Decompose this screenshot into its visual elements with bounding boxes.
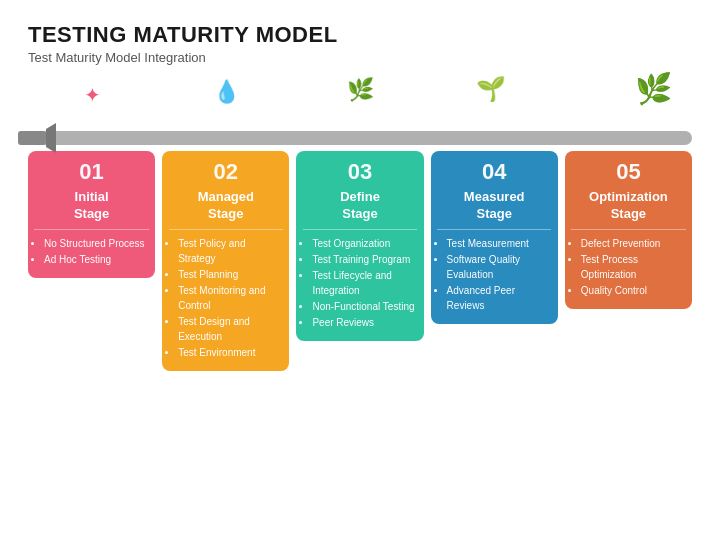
list-item: Test Lifecycle and Integration (312, 268, 415, 298)
divider-2 (169, 229, 283, 230)
list-item: No Structured Process (44, 236, 147, 251)
card-number-1: 01 (79, 159, 103, 185)
card-title-2: ManagedStage (192, 185, 260, 229)
card-list-4: Test Measurement Software Quality Evalua… (431, 236, 558, 314)
card-number-2: 02 (214, 159, 238, 185)
list-item: Test Environment (178, 345, 281, 360)
card-list-3: Test Organization Test Training Program … (296, 236, 423, 331)
main-title: TESTING MATURITY MODEL (28, 22, 692, 48)
page: TESTING MATURITY MODEL Test Maturity Mod… (0, 0, 720, 540)
nozzle-icon (18, 121, 56, 155)
card-number-5: 05 (616, 159, 640, 185)
divider-3 (303, 229, 417, 230)
sub-title: Test Maturity Model Integration (28, 50, 692, 65)
col-optimization: 05 OptimizationStage Defect Prevention T… (565, 151, 692, 309)
svg-marker-1 (46, 123, 56, 153)
svg-rect-0 (18, 131, 46, 145)
col-define: 03 DefineStage Test Organization Test Tr… (296, 151, 423, 341)
card-define: 03 DefineStage Test Organization Test Tr… (296, 151, 423, 341)
list-item: Test Policy and Strategy (178, 236, 281, 266)
divider-5 (571, 229, 685, 230)
card-list-5: Defect Prevention Test Process Optimizat… (565, 236, 692, 299)
list-item: Test Measurement (447, 236, 550, 251)
leaf2-icon: 🌱 (476, 75, 506, 103)
card-initial: 01 InitialStage No Structured Process Ad… (28, 151, 155, 278)
list-item: Advanced Peer Reviews (447, 283, 550, 313)
drops-icon: 💧 (213, 79, 240, 105)
list-item: Test Process Optimization (581, 252, 684, 282)
card-number-3: 03 (348, 159, 372, 185)
divider-1 (34, 229, 148, 230)
header: TESTING MATURITY MODEL Test Maturity Mod… (28, 22, 692, 65)
plant-icon: 🌿 (635, 71, 672, 106)
card-list-1: No Structured Process Ad Hoc Testing (28, 236, 155, 268)
card-title-4: MeasuredStage (458, 185, 531, 229)
list-item: Test Training Program (312, 252, 415, 267)
list-item: Ad Hoc Testing (44, 252, 147, 267)
col-managed: 02 ManagedStage Test Policy and Strategy… (162, 151, 289, 371)
card-title-1: InitialStage (68, 185, 115, 229)
divider-4 (437, 229, 551, 230)
list-item: Peer Reviews (312, 315, 415, 330)
list-item: Test Planning (178, 267, 281, 282)
card-optimization: 05 OptimizationStage Defect Prevention T… (565, 151, 692, 309)
list-item: Test Organization (312, 236, 415, 251)
card-number-4: 04 (482, 159, 506, 185)
list-item: Quality Control (581, 283, 684, 298)
card-title-5: OptimizationStage (583, 185, 674, 229)
columns-container: 01 InitialStage No Structured Process Ad… (28, 151, 692, 522)
spray-icon: ✦ (84, 83, 101, 107)
col-measured: 04 MeasuredStage Test Measurement Softwa… (431, 151, 558, 324)
list-item: Non-Functional Testing (312, 299, 415, 314)
card-measured: 04 MeasuredStage Test Measurement Softwa… (431, 151, 558, 324)
card-list-2: Test Policy and Strategy Test Planning T… (162, 236, 289, 361)
list-item: Software Quality Evaluation (447, 252, 550, 282)
card-managed: 02 ManagedStage Test Policy and Strategy… (162, 151, 289, 371)
diagram-area: ✦ 💧 🌿 🌱 🌿 01 InitialStage (28, 79, 692, 522)
list-item: Test Monitoring and Control (178, 283, 281, 313)
leaf1-icon: 🌿 (347, 77, 374, 103)
pipeline-bar (28, 131, 692, 145)
list-item: Defect Prevention (581, 236, 684, 251)
col-initial: 01 InitialStage No Structured Process Ad… (28, 151, 155, 278)
card-title-3: DefineStage (334, 185, 386, 229)
list-item: Test Design and Execution (178, 314, 281, 344)
